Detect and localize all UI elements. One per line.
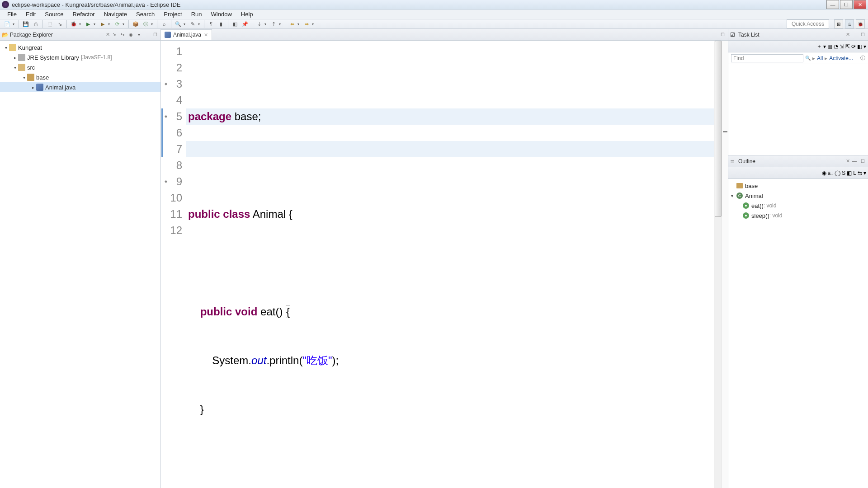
overview-ruler[interactable]	[722, 41, 728, 488]
editor-tab-close[interactable]: ✕	[204, 32, 208, 38]
expand-icon[interactable]: ▾	[21, 75, 27, 80]
maximize-view-button[interactable]: ☐	[151, 31, 159, 38]
editor-tab-animal[interactable]: Animal.java ✕	[161, 29, 212, 40]
line-number-gutter[interactable]: 1 2 3 4 5 6 7 8 9 10 11 12	[164, 41, 186, 488]
expand-icon[interactable]: ▸	[30, 85, 36, 90]
menu-project[interactable]: Project	[159, 9, 186, 19]
debug-button[interactable]: 🐞	[69, 19, 78, 28]
debug-dropdown[interactable]: ▾	[79, 22, 83, 26]
focus-button[interactable]: ◉	[822, 170, 826, 176]
new-task-dropdown[interactable]: ▾	[823, 43, 826, 50]
jre-node[interactable]: ▸ JRE System Library [JavaSE-1.8]	[0, 52, 160, 62]
src-node[interactable]: ▾ src	[0, 62, 160, 72]
menu-search[interactable]: Search	[132, 9, 159, 19]
filter-all-link[interactable]: All	[817, 55, 823, 61]
skip-breakpoints-button[interactable]: ↘	[55, 19, 64, 28]
link-editor-button[interactable]: ⇆	[119, 31, 126, 38]
minimize-view-button[interactable]: —	[143, 31, 151, 38]
prev-annotation-button[interactable]: ⇡	[269, 19, 278, 28]
outline-tree[interactable]: base ▾ C Animal ● eat() : void ● sleep()…	[728, 179, 868, 488]
package-explorer-close[interactable]: ✕	[105, 32, 111, 38]
synchronize-button[interactable]: ⟳	[851, 43, 856, 50]
back-button[interactable]: ⬅	[288, 19, 297, 28]
maximize-view-button[interactable]: ☐	[859, 31, 866, 38]
outline-method-sleep[interactable]: ● sleep() : void	[728, 211, 868, 221]
collapse-button[interactable]: ⇱	[845, 43, 850, 50]
hide-button[interactable]: ◧	[857, 43, 862, 50]
coverage-dropdown[interactable]: ▾	[108, 22, 112, 26]
outline-method-eat[interactable]: ● eat() : void	[728, 201, 868, 211]
help-icon[interactable]: ⓘ	[860, 55, 865, 61]
show-whitespace-button[interactable]: ¶	[207, 19, 216, 28]
task-find-input[interactable]	[731, 54, 803, 62]
activate-link[interactable]: Activate...	[829, 55, 853, 61]
package-explorer-tree[interactable]: ▾ Kungreat ▸ JRE System Library [JavaSE-…	[0, 41, 160, 488]
expand-icon[interactable]: ▾	[3, 45, 9, 50]
debug-perspective-button[interactable]: 🐞	[856, 19, 865, 28]
annotation-button[interactable]: ✎	[188, 19, 197, 28]
outline-class[interactable]: ▾ C Animal	[728, 191, 868, 201]
editor-vscroll[interactable]	[714, 41, 722, 488]
menu-window[interactable]: Window	[207, 9, 236, 19]
coverage-button[interactable]: ▶	[98, 19, 107, 28]
open-perspective-button[interactable]: ⊞	[834, 19, 843, 28]
code-editor[interactable]: 1 2 3 4 5 6 7 8 9 10 11 12 package base;…	[161, 41, 728, 488]
menu-run[interactable]: Run	[187, 9, 207, 19]
sort-button[interactable]: a↓	[828, 170, 834, 176]
package-node[interactable]: ▾ base	[0, 72, 160, 82]
run-last-button[interactable]: ⟳	[113, 19, 122, 28]
close-button[interactable]: ✕	[854, 0, 866, 9]
hide-static-button[interactable]: S	[842, 170, 845, 176]
new-class-button[interactable]: Ⓒ	[141, 19, 150, 28]
minimize-button[interactable]: —	[826, 0, 839, 9]
pin-button[interactable]: 📌	[241, 19, 250, 28]
outline-close[interactable]: ✕	[845, 158, 851, 164]
save-button[interactable]: 💾	[21, 19, 30, 28]
vscroll-thumb[interactable]	[715, 41, 722, 217]
menu-refactor[interactable]: Refactor	[68, 9, 99, 19]
toggle-block-button[interactable]: ▮	[217, 19, 226, 28]
maximize-editor-button[interactable]: ☐	[719, 31, 726, 38]
minimize-view-button[interactable]: —	[851, 158, 858, 165]
run-last-dropdown[interactable]: ▾	[123, 22, 126, 26]
minimize-editor-button[interactable]: —	[711, 31, 718, 38]
task-list-body[interactable]	[728, 64, 868, 155]
open-type-button[interactable]: ⌕	[160, 19, 169, 28]
categorize-button[interactable]: ▦	[827, 43, 832, 50]
new-class-dropdown[interactable]: ▾	[151, 22, 155, 26]
outline-package[interactable]: base	[728, 181, 868, 191]
view-menu-button[interactable]: ▾	[863, 43, 866, 50]
run-dropdown[interactable]: ▾	[94, 22, 97, 26]
focus-task-button[interactable]: ◉	[127, 31, 134, 38]
maximize-button[interactable]: ☐	[840, 0, 853, 9]
next-ann-dropdown[interactable]: ▾	[264, 22, 268, 26]
schedule-button[interactable]: ◔	[834, 43, 838, 50]
annotation-dropdown[interactable]: ▾	[198, 22, 202, 26]
new-task-button[interactable]: ＋	[816, 42, 822, 50]
expand-icon[interactable]: ▾	[731, 193, 736, 198]
minimize-view-button[interactable]: —	[851, 31, 858, 38]
menu-navigate[interactable]: Navigate	[99, 9, 132, 19]
focus-workweek-button[interactable]: ⇲	[840, 43, 844, 50]
forward-dropdown[interactable]: ▾	[312, 22, 316, 26]
collapse-all-button[interactable]: ⇲	[111, 31, 118, 38]
save-all-button[interactable]: ⎙	[31, 19, 40, 28]
next-annotation-button[interactable]: ⇣	[255, 19, 264, 28]
search-button[interactable]: 🔍	[174, 19, 183, 28]
new-dropdown[interactable]: ▾	[13, 22, 16, 26]
menu-source[interactable]: Source	[40, 9, 68, 19]
project-node[interactable]: ▾ Kungreat	[0, 42, 160, 52]
expand-icon[interactable]: ▸	[12, 55, 18, 60]
prev-ann-dropdown[interactable]: ▾	[279, 22, 283, 26]
view-menu-button[interactable]: ▾	[135, 31, 142, 38]
maximize-view-button[interactable]: ☐	[859, 158, 866, 165]
link-editor-button[interactable]: ⇆	[858, 170, 862, 176]
menu-edit[interactable]: Edit	[21, 9, 40, 19]
menu-file[interactable]: File	[3, 9, 21, 19]
back-dropdown[interactable]: ▾	[297, 22, 301, 26]
new-package-button[interactable]: 📦	[131, 19, 140, 28]
expand-icon[interactable]: ▾	[12, 65, 18, 70]
java-file-node[interactable]: ▸ Animal.java	[0, 82, 160, 92]
code-text-area[interactable]: package base; public class Animal { publ…	[186, 41, 714, 488]
task-list-close[interactable]: ✕	[845, 32, 851, 38]
